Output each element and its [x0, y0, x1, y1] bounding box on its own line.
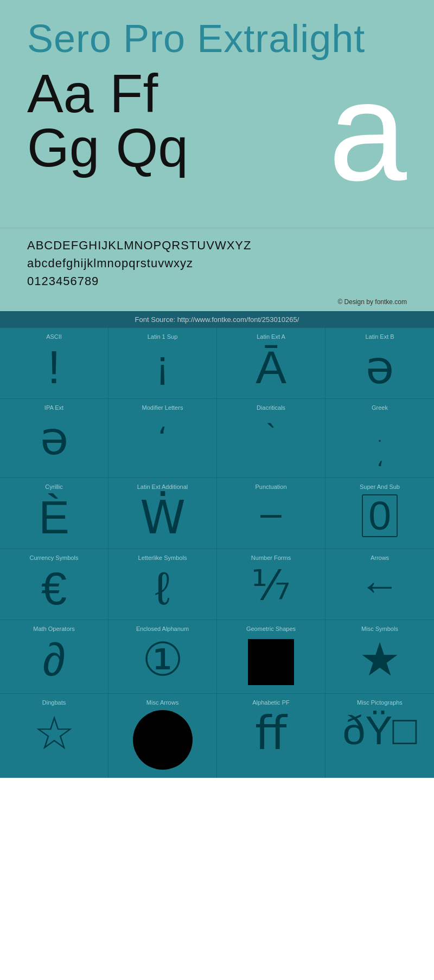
digits: 0123456789	[27, 272, 407, 290]
letter-pairs: Aa Ff Gg Qq	[27, 66, 188, 175]
glyph-label-numberforms: Number Forms	[251, 555, 291, 561]
glyph-char-greek: ·،	[376, 431, 384, 469]
glyph-label-superandsub: Super And Sub	[360, 483, 400, 490]
glyph-char-latinexta: Ā	[256, 344, 286, 390]
glyph-label-diacriticals: Diacriticals	[257, 404, 285, 411]
glyph-alphabeticpf: Alphabetic PF ﬀ	[217, 694, 326, 778]
alphabet-upper: ABCDEFGHIJKLMNOPQRSTUVWXYZ	[27, 236, 407, 254]
glyph-label-letterlike: Letterlike Symbols	[138, 555, 187, 561]
glyph-latin1sup: Latin 1 Sup ¡	[108, 328, 217, 399]
glyph-label-greek: Greek	[372, 404, 388, 411]
glyph-char-mathop: ∂	[42, 636, 65, 682]
glyph-letterlike: Letterlike Symbols ℓ	[108, 549, 217, 620]
glyph-char-arrows: ←	[360, 565, 400, 606]
glyph-char-dingbats: ☆	[34, 710, 75, 756]
glyph-enclosednum: Enclosed Alphanum ①	[108, 620, 217, 694]
alphabet-section: ABCDEFGHIJKLMNOPQRSTUVWXYZ abcdefghijklm…	[0, 228, 434, 295]
glyph-label-dingbats: Dingbats	[42, 699, 66, 706]
glyph-label-mathop: Math Operators	[33, 626, 74, 632]
glyph-char-enclosednum: ①	[142, 636, 183, 682]
glyph-char-ipaext: ə	[40, 415, 68, 461]
glyph-diacriticals: Diacriticals `	[217, 399, 326, 478]
glyph-ipaext: IPA Ext ə	[0, 399, 108, 478]
glyph-arrows: Arrows ←	[326, 549, 434, 620]
glyph-label-latin1sup: Latin 1 Sup	[148, 333, 178, 340]
alphabet-lower: abcdefghijklmnopqrstuvwxyz	[27, 254, 407, 272]
glyph-char-latin1sup: ¡	[156, 344, 169, 385]
glyph-label-ascii: ASCII	[46, 333, 62, 340]
glyph-char-currency: €	[41, 565, 67, 611]
glyph-miscsymbols: Misc Symbols ★	[326, 620, 434, 694]
glyph-label-geoshapes: Geometric Shapes	[246, 626, 296, 632]
glyph-label-alphabeticpf: Alphabetic PF	[252, 699, 289, 706]
glyph-ascii: ASCII !	[0, 328, 108, 399]
glyph-char-modletters: ʻ	[158, 423, 167, 453]
letter-pair-qq: Qq	[116, 120, 188, 175]
glyph-numberforms: Number Forms ⅐	[217, 549, 326, 620]
glyph-miscarrows: Misc Arrows	[108, 694, 217, 778]
glyph-greek: Greek ·،	[326, 399, 434, 478]
glyph-char-punctuation: –	[260, 494, 282, 532]
glyph-currency: Currency Symbols €	[0, 549, 108, 620]
glyph-char-numberforms: ⅐	[251, 565, 291, 606]
dark-section: Font Source: http://www.fontke.com/font/…	[0, 311, 434, 778]
glyph-latinextadd: Latin Ext Additional Ẇ	[108, 478, 217, 549]
letter-row-1: Aa Ff	[27, 66, 188, 120]
glyph-punctuation: Punctuation –	[217, 478, 326, 549]
glyph-dingbats: Dingbats ☆	[0, 694, 108, 778]
letter-pair-aa: Aa	[27, 66, 93, 120]
glyph-label-latinextadd: Latin Ext Additional	[137, 483, 188, 490]
glyph-char-geoshapes	[248, 639, 294, 685]
letter-showcase: Aa Ff Gg Qq a	[27, 66, 407, 175]
glyph-label-miscsymbols: Misc Symbols	[361, 626, 398, 632]
glyph-latinexta: Latin Ext A Ā	[217, 328, 326, 399]
glyph-label-ipaext: IPA Ext	[44, 404, 63, 411]
glyph-char-miscpicto: ðŸ□	[342, 710, 417, 751]
glyph-char-letterlike: ℓ	[155, 565, 170, 611]
glyph-superandsub: Super And Sub 0	[326, 478, 434, 549]
top-section: Sero Pro Extralight Aa Ff Gg Qq a	[0, 0, 434, 228]
font-source: Font Source: http://www.fontke.com/font/…	[0, 311, 434, 328]
glyph-label-punctuation: Punctuation	[255, 483, 286, 490]
glyph-mathop: Math Operators ∂	[0, 620, 108, 694]
glyph-char-latinextadd: Ẇ	[140, 494, 186, 540]
glyph-label-enclosednum: Enclosed Alphanum	[136, 626, 189, 632]
glyph-geoshapes: Geometric Shapes	[217, 620, 326, 694]
glyph-cyrillic: Cyrillic È	[0, 478, 108, 549]
glyph-label-arrows: Arrows	[371, 555, 389, 561]
letter-row-2: Gg Qq	[27, 120, 188, 175]
big-letter-a: a	[328, 61, 407, 202]
glyph-char-miscsymbols: ★	[359, 636, 400, 682]
glyph-label-latinextb: Latin Ext B	[365, 333, 394, 340]
glyph-char-superandsub: 0	[362, 494, 398, 537]
glyph-char-ascii: !	[48, 344, 61, 390]
letter-pair-gg: Gg	[27, 120, 99, 175]
glyph-char-cyrillic: È	[39, 494, 69, 540]
glyphs-grid: ASCII ! Latin 1 Sup ¡ Latin Ext A Ā Lati…	[0, 328, 434, 778]
glyph-char-miscarrows	[133, 710, 193, 770]
glyph-char-alphabeticpf: ﬀ	[255, 710, 287, 756]
glyph-label-latinexta: Latin Ext A	[257, 333, 285, 340]
letter-pair-ff: Ff	[110, 66, 158, 120]
glyph-miscpicto: Misc Pictographs ðŸ□	[326, 694, 434, 778]
glyph-modletters: Modifier Letters ʻ	[108, 399, 217, 478]
glyph-char-diacriticals: `	[266, 421, 276, 450]
glyph-label-cyrillic: Cyrillic	[45, 483, 62, 490]
glyph-label-miscpicto: Misc Pictographs	[357, 699, 403, 706]
glyph-label-miscarrows: Misc Arrows	[146, 699, 178, 706]
glyph-latinextb: Latin Ext B ə	[326, 328, 434, 399]
glyph-label-currency: Currency Symbols	[30, 555, 79, 561]
glyph-char-latinextb: ə	[366, 344, 394, 390]
copyright: © Design by fontke.com	[0, 295, 434, 311]
glyph-label-modletters: Modifier Letters	[142, 404, 183, 411]
